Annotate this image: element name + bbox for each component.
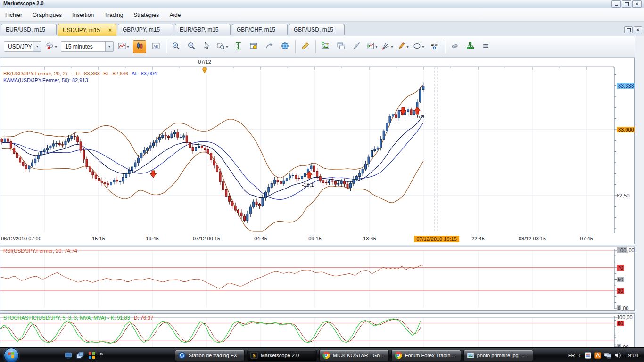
axis-label: 70 [617,265,624,271]
zoom-area-button[interactable]: ▾ [216,41,229,53]
period-select-dropdown-icon[interactable]: ▾ [105,42,113,51]
pencil-dropdown-icon[interactable]: ▾ [406,45,408,49]
restore-button[interactable] [622,0,631,8]
mdi-restore-button[interactable] [624,26,633,33]
unlink-button[interactable]: ▾ [45,41,58,53]
chart-tabs: EUR/USD, m15USD/JPY, m15×GBP/JPY, m15EUR… [1,24,346,36]
desktop: Marketscope 2.0 × FichierGraphiquesInser… [0,0,644,362]
find-window-button[interactable] [248,41,260,53]
shape-ellipse-button[interactable]: ▾ [413,41,425,53]
trading-station-icon [178,352,186,359]
add-image-button[interactable] [319,41,331,53]
close-button[interactable]: × [632,0,642,8]
tab-1[interactable]: USD/JPY, m15× [58,24,116,36]
time-label: 19:45 [146,236,159,241]
unlink-dropdown-icon[interactable]: ▾ [55,45,57,49]
frame-window-button[interactable] [335,41,347,53]
trend-lines-dropdown-icon[interactable]: ▾ [391,45,393,49]
tab-3[interactable]: EUR/GBP, m15 [175,24,231,35]
taskbar-button-1[interactable]: $Marketscope 2.0 [247,350,317,361]
share-button[interactable] [263,41,275,53]
toolbar-separator [295,40,296,53]
tab-4[interactable]: GBP/CHF, m15 [232,24,288,35]
taskbar-button-4[interactable]: photo primaire.jpg -... [463,350,533,361]
menu-item-3[interactable]: Trading [99,8,128,22]
price-chart-panel[interactable]: 07/12 BB(USD/JPY.Fermer, 20, 2) - TL: 83… [0,58,635,244]
period-select-value: 15 minutes [65,43,93,50]
more-options-button[interactable] [479,41,492,53]
show-desktop-icon[interactable] [64,351,73,360]
hierarchy-button[interactable] [464,41,476,53]
ae-view-button[interactable]: AE [149,41,162,53]
price-chart-canvas[interactable] [0,66,634,236]
zoom-cursor-button[interactable] [201,41,213,53]
menu-item-0[interactable]: Fichier [0,8,27,22]
menu-item-2[interactable]: Insertion [67,8,99,22]
zoom-out-button[interactable] [185,41,198,53]
ruler-button[interactable] [299,41,311,53]
candlestick-view-button[interactable] [133,40,146,53]
rsi-canvas[interactable] [0,247,634,312]
tab-close-icon[interactable]: × [108,27,112,33]
chart-type-icon [118,42,126,52]
start-button[interactable] [4,348,19,362]
switch-windows-icon[interactable] [76,351,84,360]
system-tray: FR ‹ 19:08 [568,352,644,359]
minimize-button[interactable] [611,0,621,8]
fit-vertical-button[interactable] [232,41,244,53]
network-icon[interactable] [604,352,611,359]
period-select[interactable]: 15 minutes▾ [61,41,114,52]
export-chart-dropdown-icon[interactable]: ▾ [375,45,377,49]
language-indicator[interactable]: FR [568,353,575,358]
hierarchy-icon [466,42,474,52]
menu-item-1[interactable]: Graphiques [27,8,67,22]
windows-logo-icon [8,352,14,358]
text-label-button[interactable]: ABC [428,41,440,53]
menu-item-4[interactable]: Stratégies [128,8,164,22]
chart-type-button[interactable]: ▾ [117,41,130,53]
tab-2[interactable]: GBP/JPY, m15 [118,24,173,35]
time-label: 15:15 [92,236,105,241]
globe-button[interactable] [279,41,291,53]
bb-al-value: AL: 83,004 [132,71,157,76]
taskbar-button-2[interactable]: MICK KOSTAR - Go... [319,350,389,361]
tray-collapse-button[interactable]: ‹ [578,352,580,359]
tray-orange-icon[interactable] [594,352,602,359]
shape-ellipse-dropdown-icon[interactable]: ▾ [422,45,424,49]
axis-label-value: 80 [617,321,624,326]
mdi-close-button[interactable]: × [634,26,642,33]
taskbar-button-3[interactable]: Forum Forex Tradin... [391,350,461,361]
symbol-select-dropdown-icon[interactable]: ▾ [33,42,41,51]
taskbar-button-0[interactable]: Station de trading FX [175,350,245,361]
volume-icon[interactable] [614,352,621,359]
menu-item-5[interactable]: Aide [164,8,186,22]
time-label: 07/12/2010 19:15 [414,236,459,242]
trend-lines-button[interactable]: ▾ [381,41,394,53]
mdi-background [635,36,644,347]
chrome-icon [395,352,402,359]
tray-white-icon[interactable] [584,352,592,359]
axis-label-value: 100 [617,247,627,253]
rsi-panel[interactable]: RSI(USD/JPY.Fermer, 20: 74,74 100,007050… [0,247,635,311]
eraser-button[interactable] [448,41,461,53]
symbol-select-value: USD/JPY [8,43,32,50]
export-chart-button[interactable]: ▾ [366,41,378,53]
symbol-select[interactable]: USD/JPY▾ [4,41,41,52]
time-label: 07/12 00:15 [193,236,220,241]
zoom-in-button[interactable] [170,41,182,53]
eraser-icon [451,42,459,52]
candlestick-view-icon [136,42,144,52]
quill-button[interactable] [350,41,363,53]
clock[interactable]: 19:08 [625,353,638,358]
tab-0[interactable]: EUR/USD, m15 [1,24,57,35]
fit-vertical-icon [234,42,242,52]
svg-text:AE: AE [153,44,158,48]
zoom-area-dropdown-icon[interactable]: ▾ [226,45,228,49]
tab-bar: EUR/USD, m15USD/JPY, m15×GBP/JPY, m15EUR… [0,22,644,36]
launcher-icon[interactable] [88,351,96,360]
quick-launch-overflow-button[interactable]: » [100,351,103,357]
zoom-out-icon [188,42,196,52]
chart-type-dropdown-icon[interactable]: ▾ [127,45,129,49]
tab-5[interactable]: GBP/USD, m15 [289,24,345,35]
pencil-button[interactable]: ▾ [397,41,409,53]
